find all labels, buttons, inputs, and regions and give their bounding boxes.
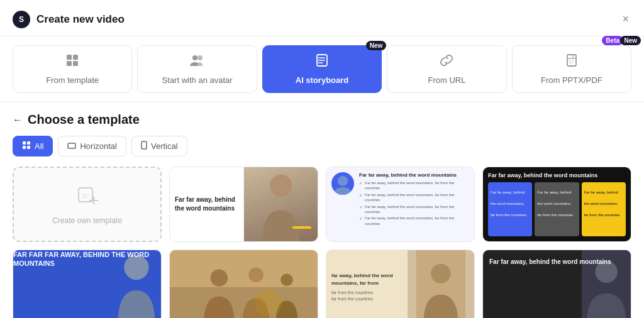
templates-grid: Create own template Far far away, behind… <box>13 167 631 318</box>
tab-from-url[interactable]: From URL <box>387 45 506 93</box>
tab-start-with-avatar[interactable]: Start with an avatar <box>137 45 257 93</box>
link-icon <box>439 53 454 70</box>
vertical-icon <box>141 141 147 151</box>
tpl3-col-2: Far far away, behind the word mountains,… <box>535 182 579 236</box>
logo: S <box>13 11 30 28</box>
filter-vertical-label: Vertical <box>151 141 178 151</box>
section-header: ← Choose a template <box>13 112 631 127</box>
svg-point-5 <box>197 55 203 60</box>
filter-row: All Horizontal Vertical <box>13 136 631 156</box>
new-badge-2: New <box>620 36 641 45</box>
svg-point-11 <box>318 60 319 61</box>
check-icon-4: ✓ <box>359 216 363 221</box>
back-button[interactable]: ← <box>13 114 23 126</box>
check-icon-2: ✓ <box>359 193 363 198</box>
tpl3-col1-text: Far far away, behind the word mountains,… <box>491 190 526 217</box>
tpl3-col2-text: Far far away, behind the word mountains,… <box>537 190 573 217</box>
svg-rect-19 <box>27 146 30 149</box>
tpl1-text: Far far away, behind the word mountains <box>175 195 238 213</box>
tab-from-template[interactable]: From template <box>13 45 132 93</box>
svg-rect-2 <box>67 61 72 66</box>
create-own-label: Create own template <box>52 216 122 225</box>
filter-horizontal[interactable]: Horizontal <box>58 136 126 156</box>
filter-all-label: All <box>35 141 43 151</box>
yellow-accent-line <box>292 226 311 229</box>
tpl2-item-1-text: Far far away, behind the word mountains,… <box>365 180 469 191</box>
svg-point-32 <box>211 270 228 287</box>
tpl3-cols: Far far away, behind the word mountains,… <box>488 182 626 236</box>
file-icon <box>565 53 579 70</box>
tpl2-item-2-text: Far far away, behind the word mountains,… <box>365 192 469 203</box>
template-card-1[interactable]: Far far away, behind the word mountains <box>169 167 318 242</box>
tpl3-col-3: Far far away, behind the word mountains,… <box>582 182 626 236</box>
tpl2-title: Far far away, behind the word mountains <box>359 172 469 178</box>
tpl3-title: Far far away, behind the word mountains <box>488 172 626 178</box>
storyboard-icon <box>315 53 329 70</box>
tpl7-text: Far far away, behind the word mountains <box>489 258 611 266</box>
horizontal-icon <box>67 141 76 151</box>
all-icon <box>22 141 31 151</box>
svg-point-28 <box>338 176 348 186</box>
close-button[interactable]: × <box>619 10 631 28</box>
header-left: S Create new video <box>13 11 125 28</box>
svg-point-10 <box>318 57 319 58</box>
filter-all[interactable]: All <box>13 136 53 156</box>
svg-point-34 <box>280 273 293 286</box>
svg-point-33 <box>248 268 263 283</box>
template-card-5[interactable] <box>169 249 318 318</box>
svg-rect-17 <box>27 141 30 145</box>
tpl2-item-3-text: Far far away, behind the word mountains,… <box>365 204 469 215</box>
tab-avatar-label: Start with an avatar <box>162 75 233 85</box>
tab-url-label: From URL <box>428 75 465 85</box>
template-grid-icon <box>65 53 79 70</box>
avatar-icon <box>190 53 205 70</box>
tab-from-template-label: From template <box>46 75 99 85</box>
tab-ai-storyboard[interactable]: New AI storyboard <box>262 45 382 93</box>
filter-horizontal-label: Horizontal <box>80 141 117 151</box>
tpl3-col3-text: Far far away, behind the word mountains,… <box>584 190 620 217</box>
template-card-4[interactable]: FAR FAR FAR AWAY, BEHIND THE WORD MOUNTA… <box>13 249 162 318</box>
template-card-2[interactable]: Far far away, behind the word mountains … <box>326 167 475 242</box>
tpl2-content: Far far away, behind the word mountains … <box>359 172 469 236</box>
svg-point-35 <box>255 289 282 316</box>
tpl2-item-2: ✓ Far far away, behind the word mountain… <box>359 192 469 203</box>
tpl2-item-1: ✓ Far far away, behind the word mountain… <box>359 180 469 191</box>
modal-header: S Create new video × <box>0 0 644 36</box>
section-title: Choose a template <box>28 112 140 127</box>
svg-rect-3 <box>73 61 78 66</box>
svg-point-37 <box>431 264 450 283</box>
tab-from-pptx[interactable]: Beta New From PPTX/PDF <box>512 45 631 93</box>
svg-rect-20 <box>68 143 75 148</box>
tpl2-item-4-text: Far far away, behind the word mountains,… <box>365 216 469 226</box>
new-badge: New <box>366 41 387 50</box>
template-card-7[interactable]: Far far away, behind the word mountains <box>482 249 631 318</box>
tpl4-text: FAR FAR FAR AWAY, BEHIND THE WORD MOUNTA… <box>13 250 161 268</box>
logo-initials: S <box>19 15 24 24</box>
create-video-modal: S Create new video × From template <box>0 0 644 318</box>
check-icon-1: ✓ <box>359 181 363 186</box>
tpl6-text: far away, behind the word mountains, far… <box>331 272 402 287</box>
create-own-icon <box>76 184 99 211</box>
modal-title: Create new video <box>36 13 125 26</box>
template-card-3[interactable]: Far far away, behind the word mountains … <box>482 167 631 242</box>
filter-vertical[interactable]: Vertical <box>131 136 187 156</box>
tpl3-col-1: Far far away, behind the word mountains,… <box>488 182 532 236</box>
create-own-template-card[interactable]: Create own template <box>13 167 162 242</box>
template-card-6[interactable]: far away, behind the word mountains, far… <box>326 249 475 318</box>
svg-rect-1 <box>73 55 78 60</box>
tab-pptx-label: From PPTX/PDF <box>541 75 602 85</box>
tabs-row: From template Start with an avatar New <box>0 36 644 102</box>
tpl2-item-4: ✓ Far far away, behind the word mountain… <box>359 216 469 226</box>
content-area: ← Choose a template All <box>0 102 644 318</box>
svg-rect-18 <box>23 146 26 149</box>
svg-rect-0 <box>67 55 72 60</box>
svg-rect-13 <box>567 55 576 66</box>
tpl2-avatar <box>331 172 354 195</box>
svg-rect-21 <box>142 141 147 149</box>
tab-storyboard-label: AI storyboard <box>296 75 349 85</box>
svg-point-4 <box>192 55 197 60</box>
svg-point-27 <box>270 175 292 197</box>
svg-point-12 <box>318 62 319 63</box>
svg-rect-16 <box>23 141 26 145</box>
tpl2-item-3: ✓ Far far away, behind the word mountain… <box>359 204 469 215</box>
